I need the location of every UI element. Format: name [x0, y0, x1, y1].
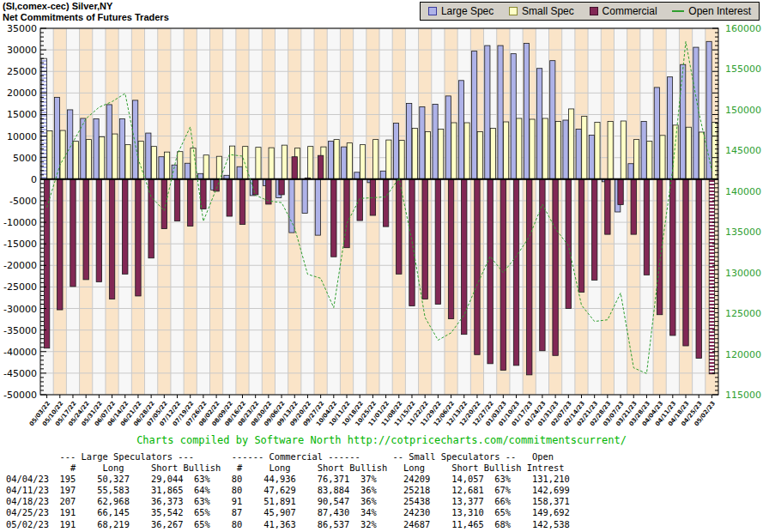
- svg-text:15000: 15000: [7, 109, 37, 120]
- svg-text:-15000: -15000: [3, 239, 37, 250]
- svg-text:150000: 150000: [725, 105, 761, 116]
- svg-text:-30000: -30000: [3, 304, 37, 315]
- commitments-chart: 35000300002500020000150001000050000-5000…: [0, 0, 763, 434]
- left-axis-labels: 35000300002500020000150001000050000-5000…: [3, 23, 37, 401]
- svg-text:145000: 145000: [725, 145, 761, 156]
- svg-text:25000: 25000: [7, 66, 37, 77]
- svg-text:-35000: -35000: [3, 325, 37, 336]
- svg-text:135000: 135000: [725, 227, 761, 238]
- svg-text:-20000: -20000: [3, 260, 37, 271]
- right-axis-labels: 1600001550001500001450001400001350001300…: [725, 23, 761, 401]
- svg-text:125000: 125000: [725, 308, 761, 319]
- svg-text:0: 0: [31, 174, 37, 185]
- svg-text:120000: 120000: [725, 349, 761, 360]
- svg-text:-50000: -50000: [3, 390, 37, 401]
- svg-text:130000: 130000: [725, 268, 761, 279]
- svg-text:155000: 155000: [725, 63, 761, 75]
- svg-text:30000: 30000: [7, 45, 37, 56]
- svg-text:20000: 20000: [7, 88, 37, 99]
- svg-text:-45000: -45000: [3, 368, 37, 379]
- svg-text:10000: 10000: [7, 131, 37, 142]
- cot-table: --- Large Speculators --- ------ Commerc…: [6, 451, 570, 530]
- svg-text:35000: 35000: [7, 23, 37, 34]
- svg-text:160000: 160000: [725, 23, 761, 34]
- x-axis-labels: 05/03/2205/10/2205/17/2205/24/2205/31/22…: [28, 400, 717, 427]
- svg-text:140000: 140000: [725, 186, 761, 197]
- svg-text:115000: 115000: [725, 390, 761, 401]
- svg-text:-5000: -5000: [9, 196, 37, 207]
- svg-text:5000: 5000: [13, 153, 37, 164]
- svg-text:-10000: -10000: [3, 217, 37, 228]
- cot-chart-page: (SI,comex-cec) Silver,NY Net Commitments…: [0, 0, 763, 532]
- svg-text:-25000: -25000: [3, 281, 37, 293]
- svg-text:-40000: -40000: [3, 347, 37, 358]
- credit-line: Charts compiled by Software North http:/…: [0, 434, 763, 446]
